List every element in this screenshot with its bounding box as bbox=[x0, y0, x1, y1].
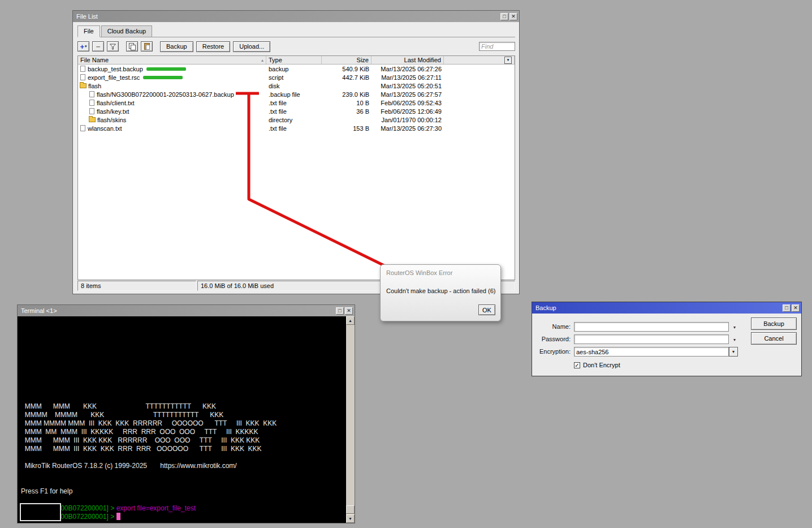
terminal-line bbox=[21, 453, 346, 462]
scroll-up-button[interactable]: ▲ bbox=[346, 316, 355, 325]
maximize-button[interactable]: □ bbox=[336, 307, 344, 315]
dont-encrypt-checkbox[interactable]: ✓ Don't Encrypt bbox=[574, 362, 620, 368]
dont-encrypt-label: Don't Encrypt bbox=[583, 362, 620, 368]
terminal-body: MMM MMM KKK TTTTTTTTTTT KKK MMMM MMMM KK… bbox=[18, 316, 355, 523]
file-name-cell: backup_test.backup bbox=[78, 65, 266, 73]
column-select-button[interactable]: ▾ bbox=[504, 57, 512, 64]
upload-button[interactable]: Upload... bbox=[233, 41, 270, 52]
filter-button[interactable] bbox=[107, 41, 119, 51]
maximize-button[interactable]: □ bbox=[500, 13, 508, 20]
backup-button[interactable]: Backup bbox=[160, 41, 193, 52]
tab-cloud-backup[interactable]: Cloud Backup bbox=[101, 25, 153, 37]
window-controls: □ ✕ bbox=[783, 304, 800, 312]
file-modified-cell: Mar/13/2025 06:27:11 bbox=[372, 73, 444, 81]
file-icon bbox=[89, 108, 94, 114]
tab-file[interactable]: File bbox=[77, 25, 100, 37]
name-input[interactable] bbox=[574, 322, 729, 332]
file-icon bbox=[89, 91, 94, 97]
terminal-line: MMM MM MMM III KKKKK RRR RRR OOO OOO TTT… bbox=[21, 428, 346, 436]
scroll-down-button[interactable]: ▼ bbox=[346, 514, 355, 523]
terminal-line bbox=[21, 317, 346, 326]
file-name-text: flash/client.txt bbox=[97, 100, 135, 106]
file-row[interactable]: flash/key.txt.txt file36 BFeb/06/2025 12… bbox=[78, 107, 515, 115]
terminal-text[interactable]: MMM MMM KKK TTTTTTTTTTT KKK MMMM MMMM KK… bbox=[18, 316, 346, 523]
terminal-window: Terminal <1> □ ✕ MMM MMM KKK TTTTTTTTTTT… bbox=[17, 304, 355, 523]
status-items: 8 items bbox=[77, 281, 196, 291]
terminal-line bbox=[21, 470, 346, 479]
file-list-titlebar[interactable]: File List □ ✕ bbox=[73, 11, 519, 22]
file-name-cell: export_file_test.rsc bbox=[78, 73, 266, 81]
backup-dialog-body: Name: ▾ Password: ▾ Encryption: ▾ ✓ Don'… bbox=[532, 314, 801, 376]
remove-button[interactable]: − bbox=[92, 41, 104, 51]
backup-dialog: Backup □ ✕ Name: ▾ Password: ▾ Encryptio… bbox=[532, 302, 802, 376]
file-row[interactable]: backup_test.backupbackup540.9 KiBMar/13/… bbox=[78, 65, 515, 73]
encryption-dropdown-button[interactable]: ▾ bbox=[729, 347, 738, 357]
close-button[interactable]: ✕ bbox=[792, 304, 800, 312]
file-row[interactable]: flashdiskMar/13/2025 05:20:51 bbox=[78, 81, 515, 90]
file-type-cell: directory bbox=[266, 115, 322, 124]
desktop: File List □ ✕ File Cloud Backup + ▾ − bbox=[0, 0, 812, 528]
backup-confirm-button[interactable]: Backup bbox=[751, 317, 797, 330]
password-dropdown-icon[interactable]: ▾ bbox=[731, 337, 738, 342]
backup-dialog-titlebar[interactable]: Backup □ ✕ bbox=[532, 302, 801, 314]
close-button[interactable]: ✕ bbox=[509, 13, 517, 20]
terminal-line: MMM MMM III KKK KKK RRR RRR OOOOOO TTT I… bbox=[21, 445, 346, 453]
terminal-line bbox=[21, 343, 346, 351]
name-label: Name: bbox=[532, 323, 571, 330]
password-input[interactable] bbox=[574, 334, 729, 344]
terminal-line bbox=[21, 479, 346, 487]
column-header-size[interactable]: Size bbox=[322, 56, 372, 64]
paste-button[interactable] bbox=[141, 41, 153, 51]
restore-button[interactable]: Restore bbox=[196, 41, 231, 52]
column-header-type[interactable]: Type bbox=[266, 56, 322, 64]
table-header: File Name ▴ Type Size Last Modified ▾ bbox=[78, 56, 515, 65]
error-dialog-title: RouterOS WinBox Error bbox=[386, 269, 452, 276]
file-name-cell: flash/NG300B072200001-20250313-0627.back… bbox=[78, 90, 266, 98]
file-size-cell bbox=[322, 81, 372, 90]
terminal-line bbox=[21, 351, 346, 360]
file-name-text: export_file_test.rsc bbox=[88, 74, 140, 81]
window-title: Backup bbox=[535, 304, 783, 311]
redaction-box bbox=[20, 503, 61, 521]
file-name-text: flash/skins bbox=[97, 117, 126, 123]
file-icon bbox=[80, 66, 85, 72]
ok-button[interactable]: OK bbox=[478, 304, 495, 315]
file-type-cell: script bbox=[266, 73, 322, 81]
chevron-down-icon: ▾ bbox=[85, 44, 87, 49]
file-row[interactable]: flash/skinsdirectoryJan/01/1970 00:00:12 bbox=[78, 115, 515, 124]
copy-button[interactable] bbox=[126, 41, 138, 51]
file-type-cell: backup bbox=[266, 65, 322, 73]
file-row[interactable]: export_file_test.rscscript442.7 KiBMar/1… bbox=[78, 73, 515, 81]
file-modified-cell: Mar/13/2025 05:20:51 bbox=[372, 81, 444, 90]
find-input[interactable] bbox=[479, 42, 515, 51]
file-list-window: File List □ ✕ File Cloud Backup + ▾ − bbox=[72, 10, 520, 294]
terminal-scrollbar[interactable]: ▲ ▼ bbox=[346, 316, 355, 523]
redaction-bar bbox=[143, 76, 183, 79]
encryption-input[interactable] bbox=[574, 347, 729, 357]
minus-icon: − bbox=[96, 43, 101, 50]
window-title: File List bbox=[76, 13, 500, 20]
name-dropdown-icon[interactable]: ▾ bbox=[731, 325, 738, 330]
add-button[interactable]: + ▾ bbox=[77, 41, 89, 51]
file-icon bbox=[80, 74, 85, 80]
funnel-icon bbox=[110, 44, 116, 50]
scroll-thumb[interactable] bbox=[346, 505, 355, 514]
cancel-button[interactable]: Cancel bbox=[751, 332, 797, 345]
window-title: Terminal <1> bbox=[21, 307, 336, 314]
file-name-text: wlanscan.txt bbox=[88, 125, 122, 132]
terminal-line: MMM MMMM MMM III KKK KKK RRRRRR OOOOOO T… bbox=[21, 419, 346, 428]
file-icon bbox=[89, 100, 94, 106]
terminal-titlebar[interactable]: Terminal <1> □ ✕ bbox=[18, 305, 355, 316]
maximize-button[interactable]: □ bbox=[783, 304, 791, 312]
file-size-cell: 153 B bbox=[322, 124, 372, 132]
file-row[interactable]: flash/NG300B072200001-20250313-0627.back… bbox=[78, 90, 515, 98]
file-size-cell: 540.9 KiB bbox=[322, 65, 372, 73]
column-header-last-modified[interactable]: Last Modified bbox=[372, 56, 444, 64]
terminal-line: Press F1 for help bbox=[21, 487, 346, 496]
close-button[interactable]: ✕ bbox=[345, 307, 353, 315]
file-row[interactable]: wlanscan.txt.txt file153 BMar/13/2025 06… bbox=[78, 124, 515, 132]
file-type-cell: .txt file bbox=[266, 124, 322, 132]
folder-icon bbox=[80, 83, 87, 88]
column-header-file-name[interactable]: File Name ▴ bbox=[78, 56, 266, 64]
file-row[interactable]: flash/client.txt.txt file10 BFeb/06/2025… bbox=[78, 98, 515, 107]
